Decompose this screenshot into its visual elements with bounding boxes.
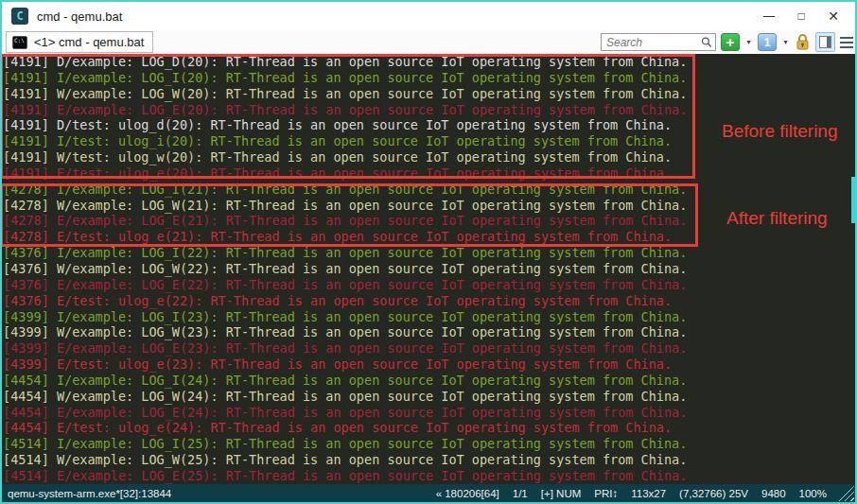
terminal-line: [4399] W/example: LOG_W(23): RT-Thread i… [3, 324, 855, 340]
tab-toolbar: + ▾ 1 ▾ [601, 32, 853, 52]
window-title: cmd - qemu.bat [37, 9, 122, 24]
terminal-output: [4191] D/example: LOG_D(20): RT-Thread i… [2, 54, 855, 484]
resize-grip-icon[interactable] [835, 486, 854, 501]
minimize-button[interactable]: — [753, 6, 785, 26]
conemu-window: C cmd - qemu.bat — □ ✕ C:\ <1> cmd - qem… [0, 0, 857, 504]
statusbar-segment: PRI↕ [594, 488, 618, 499]
statusbar-segment: 9480 [761, 488, 786, 499]
active-console-dropdown-icon[interactable]: ▾ [781, 38, 790, 46]
terminal-line: [4191] E/test: ulog_e(20): RT-Thread is … [3, 165, 855, 182]
window-controls: — □ ✕ [753, 6, 849, 26]
magnifier-icon [701, 36, 712, 48]
annotation-label-before: Before filtering [722, 121, 838, 142]
cmd-prompt-icon: C:\ [12, 36, 27, 49]
close-button[interactable]: ✕ [817, 6, 849, 26]
statusbar-segment: (7,32766) 25V [679, 488, 748, 499]
tab-label: <1> cmd - qemu.bat [34, 35, 144, 49]
terminal-line: [4454] W/example: LOG_W(24): RT-Thread i… [3, 389, 855, 405]
terminal-line: [4399] E/test: ulog_e(23): RT-Thread is … [3, 356, 855, 373]
title-bar[interactable]: C cmd - qemu.bat — □ ✕ [2, 2, 855, 30]
terminal-line: [4278] E/test: ulog_e(21): RT-Thread is … [3, 229, 855, 245]
statusbar-segments: « 180206[64]1/1[+] NUMPRI↕113x27(7,32766… [436, 488, 827, 499]
tab-cmd-qemu[interactable]: C:\ <1> cmd - qemu.bat [6, 31, 153, 53]
statusbar-segment: [+] NUM [541, 488, 582, 499]
padlock-icon[interactable] [795, 33, 811, 51]
terminal-line: [4514] E/example: LOG_E(25): RT-Thread i… [3, 468, 855, 484]
terminal-line: [4399] E/example: LOG_E(23): RT-Thread i… [3, 340, 855, 356]
terminal-line: [4376] W/example: LOG_W(22): RT-Thread i… [3, 261, 855, 277]
terminal-line: [4191] D/example: LOG_D(20): RT-Thread i… [3, 54, 855, 70]
terminal-line: [4454] E/test: ulog_e(24): RT-Thread is … [3, 420, 855, 436]
conemu-app-icon: C [11, 8, 28, 25]
scrollbar-thumb[interactable] [851, 177, 855, 223]
search-box [601, 33, 716, 51]
statusbar-segment: 113x27 [631, 488, 666, 499]
annotation-label-after: After filtering [726, 208, 828, 229]
maximize-button[interactable]: □ [785, 6, 817, 26]
view-panel-toggle-button[interactable] [815, 32, 835, 52]
active-console-button[interactable]: 1 [758, 33, 777, 51]
terminal-line: [4376] I/example: LOG_I(22): RT-Thread i… [3, 245, 855, 261]
statusbar-segment: « 180206[64] [436, 488, 499, 499]
panel-toggle-icon [819, 36, 831, 48]
terminal-line: [4454] I/example: LOG_I(24): RT-Thread i… [3, 373, 855, 389]
terminal-line: [4399] I/example: LOG_I(23): RT-Thread i… [3, 309, 855, 325]
terminal-line: [4514] W/example: LOG_W(25): RT-Thread i… [3, 452, 855, 468]
terminal-line: [4454] E/example: LOG_E(24): RT-Thread i… [3, 405, 855, 421]
new-console-dropdown-icon[interactable]: ▾ [744, 38, 753, 46]
terminal-line: [4376] E/test: ulog_e(22): RT-Thread is … [3, 293, 855, 309]
statusbar-process-info: qemu-system-arm.exe*[32]:13844 [8, 488, 171, 499]
hamburger-menu-icon[interactable] [840, 37, 853, 48]
terminal-line: [4191] W/test: ulog_w(20): RT-Thread is … [3, 149, 855, 165]
tab-bar: C:\ <1> cmd - qemu.bat + ▾ 1 ▾ [2, 30, 855, 54]
statusbar-segment: 1/1 [513, 488, 528, 499]
terminal-line: [4376] E/example: LOG_E(22): RT-Thread i… [3, 277, 855, 293]
statusbar-segment: 100% [799, 488, 827, 499]
new-console-button[interactable]: + [721, 33, 740, 51]
terminal-line: [4191] W/example: LOG_W(20): RT-Thread i… [3, 86, 855, 102]
terminal-line: [4191] I/example: LOG_I(20): RT-Thread i… [3, 70, 855, 86]
search-input[interactable] [606, 36, 701, 49]
terminal-line: [4278] I/example: LOG_I(21): RT-Thread i… [3, 182, 855, 198]
terminal-line: [4514] I/example: LOG_I(25): RT-Thread i… [3, 436, 855, 452]
terminal-viewport[interactable]: [4191] D/example: LOG_D(20): RT-Thread i… [2, 54, 855, 484]
status-bar: qemu-system-arm.exe*[32]:13844 « 180206[… [2, 484, 855, 502]
terminal-line: [4191] E/example: LOG_E(20): RT-Thread i… [3, 102, 855, 118]
